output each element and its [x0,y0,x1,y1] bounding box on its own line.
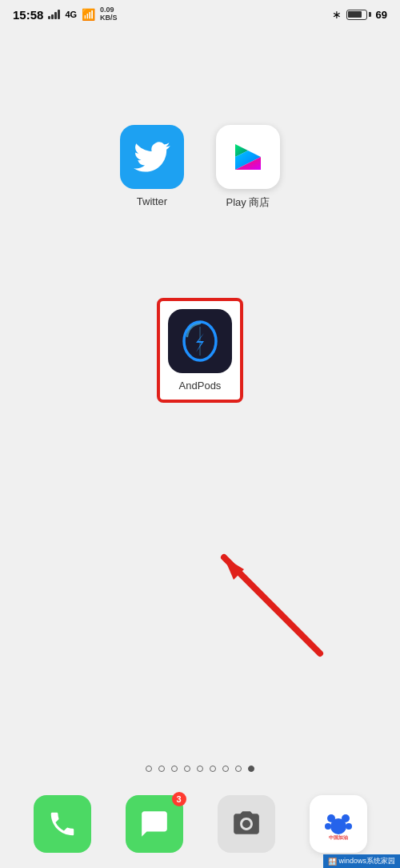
messages-badge: 3 [172,792,186,806]
status-right: ∗ 69 [332,8,387,21]
twitter-label: Twitter [137,195,167,207]
svg-point-10 [342,814,350,822]
page-dot-1[interactable] [158,766,165,772]
page-dot-4[interactable] [197,766,203,772]
svg-point-9 [327,814,335,822]
status-left: 15:58 4G 📶 0.09 KB/S [13,6,118,22]
watermark-text: windows系统家园 [338,856,395,866]
play-store-icon [216,125,280,189]
page-dots [0,766,400,772]
network-type: 4G [65,10,77,19]
page-dot-3[interactable] [184,766,190,772]
page-dot-0[interactable] [146,766,152,772]
bluetooth-icon: ∗ [332,8,342,21]
andpods-icon [168,309,232,373]
play-store-app[interactable]: Play 商店 [216,125,280,210]
messages-app[interactable]: 3 [126,795,183,853]
status-time: 15:58 [13,8,43,22]
status-bar: 15:58 4G 📶 0.09 KB/S ∗ 69 [0,0,400,29]
andpods-section: AndPods [0,298,400,403]
wifi-icon: 📶 [82,8,95,21]
andpods-app[interactable]: AndPods [168,309,232,392]
signal-icon [48,10,60,19]
battery-level: 69 [376,9,387,21]
page-dot-8[interactable] [248,766,254,772]
twitter-icon [120,125,184,189]
page-dot-2[interactable] [171,766,178,772]
battery-icon [346,10,371,20]
network-speed: 0.09 KB/S [100,6,118,22]
home-screen: Twitter [0,29,400,868]
baidu-app[interactable]: 中国加油 [310,795,367,853]
play-store-label: Play 商店 [226,195,270,210]
andpods-highlight-box: AndPods [157,298,243,403]
andpods-label: AndPods [179,380,222,392]
page-dot-6[interactable] [222,766,229,772]
svg-point-11 [325,823,331,830]
twitter-app[interactable]: Twitter [120,125,184,210]
highlight-arrow [184,525,344,669]
apps-row-1: Twitter [0,29,400,210]
svg-point-12 [346,823,352,830]
page-dot-5[interactable] [210,766,216,772]
svg-text:中国加油: 中国加油 [329,834,348,840]
watermark: 🪟 windows系统家园 [323,854,400,868]
camera-app[interactable] [218,795,275,853]
page-dot-7[interactable] [235,766,242,772]
watermark-icon: 🪟 [328,858,337,866]
phone-app[interactable] [34,795,91,853]
